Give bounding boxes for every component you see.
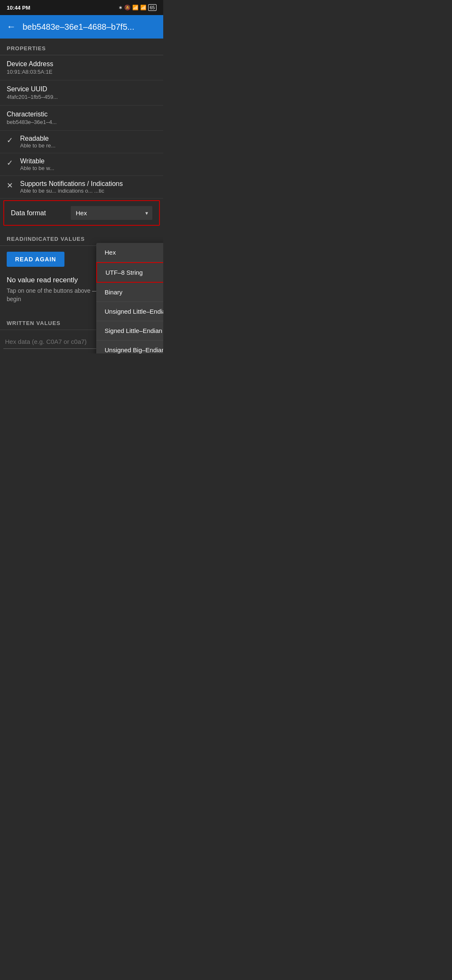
battery-indicator: 65 <box>148 4 157 11</box>
status-time: 10:44 PM <box>7 5 30 11</box>
characteristic-value: beb5483e–36e1–4... <box>7 119 157 125</box>
device-address-label: Device Address <box>7 60 157 68</box>
readable-row: ✓ Readable Able to be re... <box>0 131 163 153</box>
supports-desc: Able to be su... indications o... ...tic <box>20 188 123 194</box>
dropdown-unsigned-big[interactable]: Unsigned Big–Endian <box>96 340 163 353</box>
dropdown-binary[interactable]: Binary <box>96 283 163 302</box>
wifi-icon: 📶 <box>140 5 146 10</box>
writable-content: Writable Able to be w... <box>20 157 54 171</box>
main-content: PROPERTIES Device Address 10:91:A8:03:5A… <box>0 39 163 353</box>
app-bar: ← beb5483e–36e1–4688–b7f5... <box>0 15 163 39</box>
readable-desc: Able to be re... <box>20 142 56 149</box>
dropdown-utf8[interactable]: UTF–8 String <box>96 262 163 283</box>
dropdown-signed-little[interactable]: Signed Little–Endian <box>96 321 163 340</box>
data-format-select-wrapper[interactable]: Hex UTF-8 String Binary Unsigned Little-… <box>71 206 152 220</box>
bluetooth-icon: ∗ <box>118 5 123 10</box>
characteristic-row: Characteristic beb5483e–36e1–4... <box>0 106 163 131</box>
signal-icon: 📶 <box>132 5 139 10</box>
data-format-label: Data format <box>11 209 46 217</box>
dropdown-hex[interactable]: Hex <box>96 243 163 262</box>
status-bar: 10:44 PM ∗ 🔕 📶 📶 65 <box>0 0 163 15</box>
status-icons: ∗ 🔕 📶 📶 65 <box>118 4 157 11</box>
readable-title: Readable <box>20 135 56 142</box>
supports-cross-icon: ✕ <box>7 181 15 190</box>
device-address-row: Device Address 10:91:A8:03:5A:1E <box>0 55 163 80</box>
supports-row: ✕ Supports Notifications / Indications A… <box>0 176 163 199</box>
app-bar-title: beb5483e–36e1–4688–b7f5... <box>23 22 157 32</box>
writable-desc: Able to be w... <box>20 165 54 171</box>
device-address-value: 10:91:A8:03:5A:1E <box>7 69 157 75</box>
supports-content: Supports Notifications / Indications Abl… <box>20 180 123 194</box>
writable-row: ✓ Writable Able to be w... <box>0 153 163 176</box>
supports-title: Supports Notifications / Indications <box>20 180 123 188</box>
service-uuid-value: 4fafc201–1fb5–459... <box>7 94 157 100</box>
characteristic-label: Characteristic <box>7 111 157 118</box>
data-format-select[interactable]: Hex UTF-8 String Binary Unsigned Little-… <box>71 206 152 220</box>
dropdown-unsigned-little[interactable]: Unsigned Little–Endian <box>96 302 163 321</box>
readable-content: Readable Able to be re... <box>20 135 56 149</box>
read-again-button[interactable]: READ AGAIN <box>7 252 64 267</box>
writable-check-icon: ✓ <box>7 158 15 168</box>
properties-section-header: PROPERTIES <box>0 39 163 55</box>
readable-check-icon: ✓ <box>7 136 15 145</box>
writable-title: Writable <box>20 157 54 165</box>
service-uuid-label: Service UUID <box>7 85 157 93</box>
mute-icon: 🔕 <box>124 5 131 10</box>
dropdown-menu: Hex UTF–8 String Binary Unsigned Little–… <box>96 243 163 353</box>
back-button[interactable]: ← <box>7 21 16 32</box>
data-format-row: Data format Hex UTF-8 String Binary Unsi… <box>3 200 160 226</box>
service-uuid-row: Service UUID 4fafc201–1fb5–459... <box>0 80 163 106</box>
